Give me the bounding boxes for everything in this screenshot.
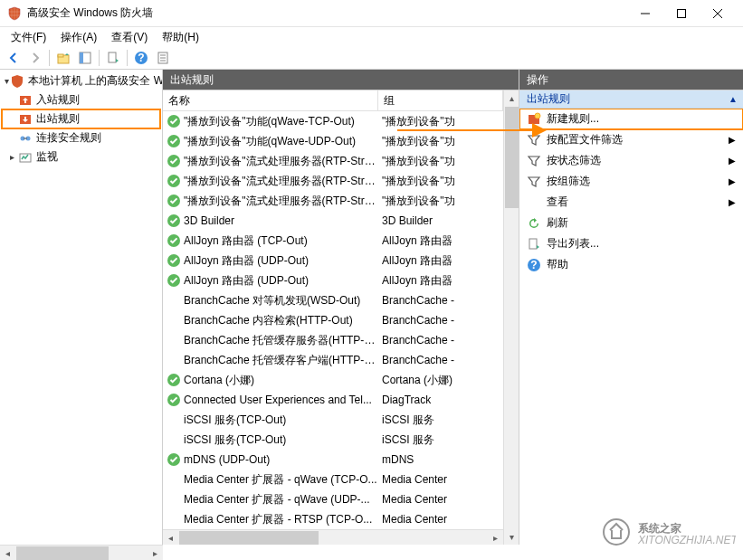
rule-group-text: "播放到设备"功 [378,134,503,149]
action-filter-state[interactable]: 按状态筛选 ▶ [519,150,743,171]
rule-name-text: mDNS (UDP-Out) [184,453,270,466]
action-export-list[interactable]: 导出列表... [519,233,743,254]
rule-row[interactable]: Media Center 扩展器 - qWave (TCP-O...Media … [163,470,503,489]
toolbar-back-button[interactable] [4,48,24,68]
horizontal-scrollbar[interactable]: ◂ ▸ [163,529,503,545]
rule-row[interactable]: Media Center 扩展器 - qWave (UDP-...Media C… [163,489,503,509]
action-label: 导出列表... [547,236,599,252]
rule-group-text: "播放到设备"功 [378,174,503,189]
rule-row[interactable]: "播放到设备"功能(qWave-UDP-Out)"播放到设备"功 [163,131,503,151]
toolbar-properties-button[interactable] [153,48,173,68]
window-controls [627,1,736,26]
rule-row[interactable]: BranchCache 内容检索(HTTP-Out)BranchCache - [163,310,503,330]
maximize-button[interactable] [663,1,700,26]
menu-view[interactable]: 查看(V) [104,28,155,47]
menu-action[interactable]: 操作(A) [53,28,104,47]
toolbar-up-button[interactable] [53,48,73,68]
enabled-icon [167,134,181,148]
toolbar-export-button[interactable] [103,48,123,68]
menu-help[interactable]: 帮助(H) [155,28,206,47]
title-bar: 高级安全 Windows 防火墙 [0,0,743,27]
tree-outbound[interactable]: 出站规则 [2,109,160,128]
rule-group-text: Media Center [378,473,503,486]
rule-row[interactable]: "播放到设备"流式处理服务器(RTP-Stre..."播放到设备"功 [163,151,503,171]
toolbar-show-hide-button[interactable] [75,48,95,68]
monitoring-icon [18,150,33,165]
collapse-arrow-icon[interactable]: ▲ [729,94,738,104]
rule-group-text: AllJoyn 路由器 [378,253,503,269]
rule-group-text: AllJoyn 路由器 [378,273,503,289]
actions-panel: 操作 出站规则 ▲ 新建规则... 按配置文件筛选 ▶ 按状态筛选 ▶ [519,70,743,545]
tree-horizontal-scrollbar[interactable]: ◂ ▸ [0,545,163,560]
rule-row[interactable]: "播放到设备"流式处理服务器(RTP-Stre..."播放到设备"功 [163,171,503,191]
rule-row[interactable]: BranchCache 对等机发现(WSD-Out)BranchCache - [163,290,503,310]
rule-row[interactable]: iSCSI 服务(TCP-Out)iSCSI 服务 [163,410,503,430]
expander-icon[interactable]: ▸ [6,152,17,163]
rule-row[interactable]: BranchCache 托管缓存客户端(HTTP-O...BranchCache… [163,350,503,370]
rule-row[interactable]: "播放到设备"流式处理服务器(RTP-Stre..."播放到设备"功 [163,191,503,211]
menu-file[interactable]: 文件(F) [4,28,53,47]
enabled-icon [167,233,181,248]
submenu-arrow-icon: ▶ [729,135,736,145]
tree-panel[interactable]: ▾ 本地计算机 上的高级安全 Win 入站规则 出站规则 连接安全规则 ▸ 监视 [0,70,163,545]
refresh-icon [527,216,541,231]
scroll-right-button[interactable]: ▸ [148,546,163,561]
action-view[interactable]: 查看 ▶ [519,192,743,213]
col-header-group[interactable]: 组 [378,90,503,110]
actions-panel-title: 操作 [527,72,548,88]
rule-row[interactable]: 3D Builder3D Builder [163,211,503,231]
rule-name-text: BranchCache 托管缓存客户端(HTTP-O... [184,353,378,368]
rule-row[interactable]: AllJoyn 路由器 (UDP-Out)AllJoyn 路由器 [163,271,503,290]
toolbar: ? [0,47,743,70]
action-refresh[interactable]: 刷新 [519,213,743,233]
tree-label: 出站规则 [36,111,80,127]
disabled-icon [167,293,181,308]
action-new-rule[interactable]: 新建规则... [519,109,743,129]
action-filter-profile[interactable]: 按配置文件筛选 ▶ [519,129,743,150]
tree-inbound[interactable]: 入站规则 [2,90,160,109]
scroll-right-button[interactable]: ▸ [488,530,503,546]
toolbar-forward-button[interactable] [25,48,45,68]
enabled-icon [167,174,181,188]
tree-root[interactable]: ▾ 本地计算机 上的高级安全 Win [2,71,160,90]
expander-icon[interactable]: ▾ [5,76,9,87]
svg-text:?: ? [138,52,144,64]
rule-name-text: iSCSI 服务(TCP-Out) [184,413,286,428]
action-label: 新建规则... [547,111,599,127]
rule-row[interactable]: Connected User Experiences and Tel...Dia… [163,390,503,410]
rule-row[interactable]: Cortana (小娜)Cortana (小娜) [163,370,503,390]
action-filter-group[interactable]: 按组筛选 ▶ [519,171,743,192]
scroll-left-button[interactable]: ◂ [163,530,178,546]
rule-name-text: "播放到设备"流式处理服务器(RTP-Stre... [184,174,378,189]
vertical-scrollbar[interactable]: ▴ ▾ [503,90,519,545]
rules-list[interactable]: "播放到设备"功能(qWave-TCP-Out)"播放到设备"功"播放到设备"功… [163,111,503,529]
filter-icon [527,175,541,189]
disabled-icon [167,472,181,487]
submenu-arrow-icon: ▶ [729,156,736,166]
rule-group-text: BranchCache - [378,354,503,366]
action-help[interactable]: ? 帮助 [519,254,743,275]
scroll-left-button[interactable]: ◂ [0,546,15,561]
rule-row[interactable]: AllJoyn 路由器 (TCP-Out)AllJoyn 路由器 [163,231,503,251]
minimize-button[interactable] [627,1,663,26]
rule-name-text: BranchCache 托管缓存服务器(HTTP-O... [184,333,378,348]
tree-connection-security[interactable]: 连接安全规则 [2,128,160,147]
list-panel-header: 出站规则 [163,70,519,90]
rule-row[interactable]: BranchCache 托管缓存服务器(HTTP-O...BranchCache… [163,330,503,350]
scroll-down-button[interactable]: ▾ [504,529,519,545]
close-button[interactable] [700,1,736,26]
toolbar-help-button[interactable]: ? [131,48,151,68]
scroll-up-button[interactable]: ▴ [504,90,519,106]
tree-monitoring[interactable]: ▸ 监视 [2,147,160,166]
rule-row[interactable]: mDNS (UDP-Out)mDNS [163,450,503,470]
rule-row[interactable]: iSCSI 服务(TCP-Out)iSCSI 服务 [163,430,503,450]
actions-section-header[interactable]: 出站规则 ▲ [519,90,743,109]
col-header-name[interactable]: 名称 [163,90,378,110]
window-title: 高级安全 Windows 防火墙 [27,5,627,21]
rule-row[interactable]: Media Center 扩展器 - RTSP (TCP-O...Media C… [163,509,503,529]
tree-label: 入站规则 [36,92,80,108]
rule-group-text: DiagTrack [378,394,503,406]
rule-row[interactable]: AllJoyn 路由器 (UDP-Out)AllJoyn 路由器 [163,251,503,271]
enabled-icon [167,114,181,128]
rule-row[interactable]: "播放到设备"功能(qWave-TCP-Out)"播放到设备"功 [163,111,503,131]
